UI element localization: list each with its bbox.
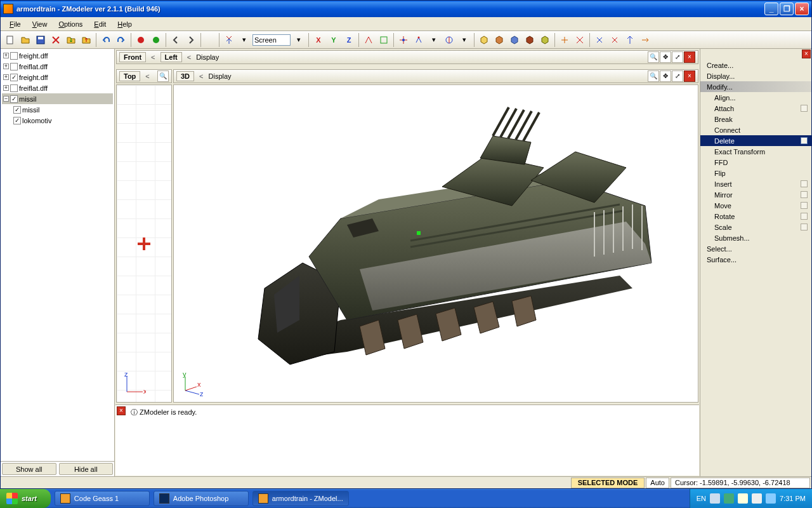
vp-zoom-icon[interactable]: 🔍 (157, 70, 169, 82)
vp-fit-icon[interactable]: ⤢ (672, 51, 683, 63)
cube4-icon[interactable] (523, 33, 537, 47)
show-all-button[interactable]: Show all (2, 463, 56, 475)
vp-close-icon[interactable]: × (684, 70, 695, 82)
cmd-submesh[interactable]: Submesh... (700, 232, 811, 243)
dropdown2-icon[interactable]: ▾ (292, 33, 306, 47)
vp-zoom-icon[interactable]: 🔍 (648, 70, 659, 82)
cmd-surface[interactable]: Surface... (700, 254, 811, 265)
collapse-icon[interactable]: < (185, 53, 193, 61)
play-icon[interactable] (149, 33, 163, 47)
minimize-button[interactable]: _ (764, 3, 778, 15)
cmd-move[interactable]: Move (700, 200, 811, 211)
cmd-exact-transform[interactable]: Exact Transform (700, 146, 811, 157)
space-select[interactable] (252, 34, 291, 46)
cube1-icon[interactable] (477, 33, 491, 47)
tool-b-icon[interactable] (377, 33, 391, 47)
menu-options[interactable]: Options (53, 19, 88, 29)
menu-file[interactable]: File (4, 19, 26, 29)
language-indicator[interactable]: EN (697, 495, 706, 502)
axis-y-button[interactable]: Y (327, 33, 341, 47)
cmd-display[interactable]: Display... (700, 70, 811, 81)
vp-close-icon[interactable]: × (684, 51, 695, 63)
clock[interactable]: 7:31 PM (780, 495, 806, 502)
viewport-top-canvas[interactable]: xz (116, 84, 172, 403)
tree-item[interactable]: +freight.dff (2, 50, 113, 61)
tray-icon[interactable] (724, 493, 734, 504)
back-icon[interactable] (169, 33, 183, 47)
snap2-icon[interactable] (608, 33, 622, 47)
tool-e-icon[interactable]: ▾ (427, 33, 441, 47)
redo-icon[interactable] (114, 33, 128, 47)
viewport-top-label[interactable]: Top (119, 71, 140, 81)
record-icon[interactable] (134, 33, 148, 47)
cube2-icon[interactable] (492, 33, 506, 47)
vp-pan-icon[interactable]: ✥ (660, 51, 671, 63)
tree-item[interactable]: ✓lokomotiv (2, 115, 113, 126)
dropdown-icon[interactable]: ▾ (237, 33, 251, 47)
taskbar-item-active[interactable]: armordtrain - ZModel... (252, 491, 349, 506)
cmd-connect[interactable]: Connect (700, 124, 811, 135)
collapse-icon[interactable]: < (143, 72, 152, 80)
tree-item[interactable]: +freiflat.dff (2, 83, 113, 93)
cmd-select[interactable]: Select... (700, 243, 811, 254)
cube3-icon[interactable] (508, 33, 521, 47)
tree-item-selected[interactable]: −✓missil (2, 93, 113, 104)
cmd-mirror[interactable]: Mirror (700, 189, 811, 200)
cmd-insert[interactable]: Insert (700, 178, 811, 189)
snap4-icon[interactable] (638, 33, 652, 47)
taskbar-item[interactable]: Code Geass 1 (55, 491, 150, 506)
cmd-break[interactable]: Break (700, 114, 811, 124)
viewport-front-label[interactable]: Front (119, 52, 146, 62)
delete-icon[interactable] (49, 33, 63, 47)
tool-a-icon[interactable] (362, 33, 376, 47)
vp-fit-icon[interactable]: ⤢ (672, 70, 683, 82)
mod1-icon[interactable] (558, 33, 572, 47)
cmd-scale[interactable]: Scale (700, 222, 811, 232)
snap1-icon[interactable] (593, 33, 606, 47)
tool-c-icon[interactable] (396, 33, 410, 47)
axis-z-button[interactable]: Z (342, 33, 356, 47)
undo-icon[interactable] (99, 33, 113, 47)
open-icon[interactable] (18, 33, 32, 47)
mod2-icon[interactable] (573, 33, 587, 47)
viewport-left-label[interactable]: Left (160, 52, 182, 62)
cmd-modify[interactable]: Modify... (700, 81, 811, 92)
collapse-icon[interactable]: < (197, 72, 206, 80)
cmd-delete[interactable]: Delete (700, 135, 811, 146)
export-icon[interactable] (79, 33, 93, 47)
tree-item[interactable]: +✓freight.dff (2, 72, 113, 83)
hide-all-button[interactable]: Hide all (59, 463, 114, 475)
scene-tree[interactable]: +freight.dff +freiflat.dff +✓freight.dff… (1, 49, 114, 461)
cmd-create[interactable]: Create... (700, 60, 811, 70)
close-button[interactable]: × (795, 3, 809, 15)
save-icon[interactable] (34, 33, 48, 47)
vp-zoom-icon[interactable]: 🔍 (648, 51, 659, 63)
cube5-icon[interactable] (538, 33, 552, 47)
tray-icon[interactable] (752, 493, 762, 504)
tool-g-icon[interactable]: ▾ (457, 33, 471, 47)
viewport-3d-canvas[interactable]: z y x (173, 84, 698, 403)
tree-item[interactable]: ✓missil (2, 104, 113, 115)
vp-pan-icon[interactable]: ✥ (660, 70, 671, 82)
import-icon[interactable] (64, 33, 78, 47)
menu-help[interactable]: Help (112, 19, 137, 29)
tool-f-icon[interactable] (442, 33, 456, 47)
axis-tool-icon[interactable] (222, 33, 236, 47)
maximize-button[interactable]: ❐ (780, 3, 794, 15)
snap3-icon[interactable] (623, 33, 637, 47)
log-close-icon[interactable]: × (117, 406, 126, 415)
axis-x-button[interactable]: X (311, 33, 325, 47)
collapse-icon[interactable]: < (148, 53, 157, 61)
tree-item[interactable]: +freiflat.dff (2, 61, 113, 72)
cmd-flip[interactable]: Flip (700, 168, 811, 178)
tray-icon[interactable] (738, 493, 748, 504)
tray-icon[interactable] (766, 493, 776, 504)
start-button[interactable]: start (0, 489, 51, 508)
panel-close-icon[interactable]: × (802, 50, 811, 58)
display-label[interactable]: Display (196, 53, 219, 61)
cmd-rotate[interactable]: Rotate (700, 211, 811, 222)
cmd-ffd[interactable]: FFD (700, 157, 811, 168)
forward-icon[interactable] (184, 33, 198, 47)
cmd-align[interactable]: Align... (700, 92, 811, 103)
tray-icon[interactable] (710, 493, 720, 504)
